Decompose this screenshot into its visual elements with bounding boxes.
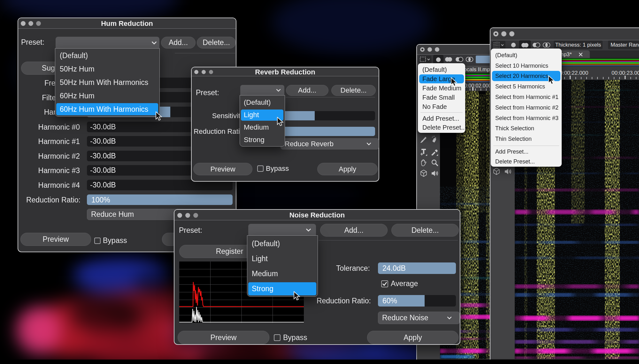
reverb-titlebar[interactable]: Reverb Reduction <box>192 67 379 76</box>
noise-preset-combobox[interactable] <box>248 224 316 236</box>
harmonics-selection-tool-button[interactable] <box>492 41 505 49</box>
noise-zoom-button[interactable] <box>193 213 198 218</box>
speaker-tool-icon-right[interactable] <box>504 167 512 176</box>
add-selection-icon <box>524 43 528 48</box>
thickness-control[interactable]: Thickness: 1 pixels <box>554 41 603 49</box>
brush-tool-icon[interactable] <box>420 136 427 143</box>
menu-item-delete-preset[interactable]: Delete Preset... <box>418 123 465 132</box>
noise-bypass-checkbox[interactable] <box>274 334 281 341</box>
menu-item-add-preset[interactable]: Add Preset... <box>418 114 465 123</box>
reverb-preview-button[interactable]: Preview <box>193 163 252 175</box>
popup-item-50hz[interactable]: 50Hz Hum <box>55 62 159 76</box>
reverb-delete-button[interactable]: Delete... <box>331 85 376 96</box>
noise-delete-button[interactable]: Delete... <box>391 224 459 237</box>
selection-tool-button[interactable] <box>419 56 431 64</box>
hum-preview-button[interactable]: Preview <box>20 233 91 246</box>
harmonics-icon <box>494 42 500 48</box>
editor-left-zoom-button[interactable] <box>435 47 439 52</box>
editor-left-close-button[interactable] <box>420 47 425 52</box>
menu-item-from-harmonic-3[interactable]: Select from Harmonic #3 <box>491 113 562 124</box>
reverb-minimize-button[interactable] <box>202 70 206 74</box>
popup-item-light[interactable]: Light <box>247 251 318 266</box>
hum-reduction-slider[interactable]: 100% <box>87 194 233 205</box>
hum-preset-combobox[interactable] <box>56 37 159 49</box>
zoom-tool-icon[interactable] <box>431 159 439 167</box>
reverb-reduction-dialog: Reverb Reduction Preset: Add... Delete..… <box>191 67 379 182</box>
menu-item-add-preset[interactable]: Add Preset... <box>491 147 562 157</box>
popup-item-medium[interactable]: Medium <box>247 266 318 281</box>
speaker-tool-icon[interactable] <box>431 169 439 178</box>
noise-tolerance-slider[interactable]: 24.0dB <box>378 262 456 274</box>
hum-delete-button[interactable]: Delete... <box>197 37 236 49</box>
noise-add-button[interactable]: Add... <box>320 224 388 237</box>
menu-item-fade-small[interactable]: Fade Small <box>418 93 465 102</box>
noise-preview-button[interactable]: Preview <box>178 331 269 344</box>
hum-harmonic1-label: Harmonic #1 <box>18 137 80 146</box>
popup-item-60hz[interactable]: 60Hz Hum <box>55 89 159 102</box>
menu-item-default[interactable]: (Default) <box>491 50 562 61</box>
hum-bypass-checkbox[interactable] <box>94 238 101 244</box>
selection-mode-intersect-button-right[interactable] <box>541 41 552 49</box>
menu-item-from-harmonic-1[interactable]: Select from Harmonic #1 <box>491 92 562 102</box>
reverb-divider <box>286 97 375 97</box>
reverb-zoom-button[interactable] <box>209 70 213 74</box>
noise-titlebar[interactable]: Noise Reduction <box>174 210 460 220</box>
menu-item-from-harmonic-2[interactable]: Select from Harmonic #2 <box>491 102 562 113</box>
noise-preset-popup: (Default) Light Medium Strong <box>247 235 318 297</box>
reverb-preset-combobox[interactable] <box>240 85 284 95</box>
hum-divider <box>175 53 235 53</box>
noise-close-button[interactable] <box>177 213 182 218</box>
hum-zoom-button[interactable] <box>36 21 41 26</box>
tab-close-icon[interactable] <box>579 52 583 57</box>
text-tool-icon[interactable] <box>420 148 428 156</box>
hand-tool-icon[interactable] <box>419 159 427 167</box>
menu-item-delete-preset[interactable]: Delete Preset... <box>491 157 562 167</box>
hum-add-button[interactable]: Add... <box>161 37 196 49</box>
selection-mode-add-button[interactable] <box>443 55 454 64</box>
popup-item-default[interactable]: (Default) <box>247 236 318 251</box>
bottom-black-bar <box>0 360 639 364</box>
eyedropper-tool-icon[interactable] <box>431 148 439 156</box>
reverb-reduction-slider[interactable] <box>281 127 375 136</box>
popup-item-60hz-harm[interactable]: 60Hz Hum With Harmonics <box>55 102 159 116</box>
noise-average-checkbox[interactable] <box>381 280 388 287</box>
popup-item-strong[interactable]: Strong <box>240 133 285 146</box>
reverb-bypass-checkbox[interactable] <box>257 165 264 172</box>
master-range-control[interactable]: Master Range <box>608 41 639 49</box>
reverb-close-button[interactable] <box>194 70 198 74</box>
menu-item-thin-selection[interactable]: Thin Selection <box>491 134 562 144</box>
popup-item-50hz-harm[interactable]: 50Hz Hum With Harmonics <box>55 76 159 89</box>
reverb-action-dropdown[interactable]: Reduce Reverb <box>281 138 379 149</box>
editor-right-minimize-button[interactable] <box>501 31 506 36</box>
cube-3d-tool-icon-right[interactable] <box>492 167 501 176</box>
menu-item-no-fade[interactable]: No Fade <box>418 102 465 111</box>
menu-item-select-10[interactable]: Select 10 Harmonics <box>491 61 562 71</box>
noise-apply-button[interactable]: Apply <box>367 331 458 344</box>
selection-mode-intersect-button[interactable] <box>464 55 475 64</box>
editor-right-close-button[interactable] <box>493 31 498 36</box>
menu-item-thick-selection[interactable]: Thick Selection <box>491 124 562 134</box>
popup-item-default[interactable]: (Default) <box>55 49 159 62</box>
reverb-add-button[interactable]: Add... <box>286 85 328 96</box>
reverb-sensitivity-slider[interactable] <box>281 111 375 120</box>
menu-item-default[interactable]: (Default) <box>418 65 465 74</box>
screen: Vocals II.mp3* 00:00:02.000 <box>0 0 639 364</box>
reverb-apply-button[interactable]: Apply <box>317 163 378 175</box>
popup-item-default[interactable]: (Default) <box>240 96 285 109</box>
noise-action-dropdown[interactable]: Reduce Noise <box>378 312 460 324</box>
hum-close-button[interactable] <box>21 21 26 26</box>
hum-title: Hum Reduction <box>18 19 236 28</box>
hum-minimize-button[interactable] <box>28 21 33 26</box>
editor-left-minimize-button[interactable] <box>427 47 432 52</box>
popup-item-strong[interactable]: Strong <box>247 281 318 296</box>
selection-mode-new-button-right[interactable] <box>509 41 518 49</box>
chevron-down-icon <box>306 228 311 232</box>
selection-mode-subtract-button-right[interactable] <box>531 41 542 49</box>
noise-reduction-slider[interactable]: 60% <box>378 295 456 307</box>
selection-mode-subtract-button[interactable] <box>454 55 465 64</box>
hum-titlebar[interactable]: Hum Reduction <box>18 18 236 29</box>
noise-minimize-button[interactable] <box>185 213 190 218</box>
cube-3d-tool-icon[interactable] <box>420 169 428 178</box>
editor-right-zoom-button[interactable] <box>509 31 514 36</box>
spray-tool-icon[interactable] <box>431 136 438 143</box>
